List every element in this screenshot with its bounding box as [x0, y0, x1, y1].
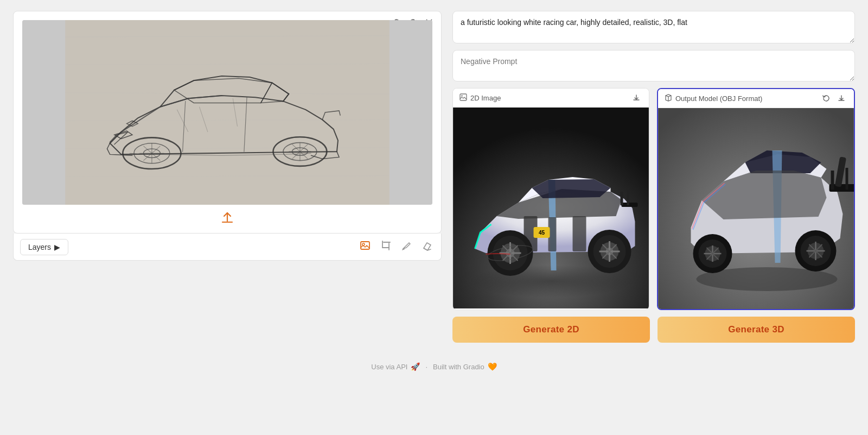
left-panel: Layers ▶ — [13, 11, 442, 343]
api-link[interactable]: Use via API — [371, 363, 407, 371]
footer: Use via API 🚀 · Built with Gradio 🧡 — [0, 354, 868, 382]
built-text: Built with Gradio — [433, 363, 484, 371]
svg-rect-58 — [846, 168, 848, 190]
layers-toolbar: Layers ▶ — [13, 234, 442, 261]
layers-arrow: ▶ — [54, 243, 60, 251]
gradio-link[interactable]: Built with Gradio — [433, 363, 484, 371]
svg-rect-34 — [622, 203, 638, 207]
output-3d-panel: Output Model (OBJ Format) — [657, 88, 855, 310]
output-2d-icon — [459, 93, 467, 103]
svg-rect-57 — [831, 171, 834, 190]
svg-rect-36 — [621, 192, 623, 205]
outputs-row: 2D Image — [452, 88, 855, 310]
prompt-input[interactable]: a futuristic looking white racing car, h… — [452, 11, 855, 43]
svg-point-26 — [461, 95, 462, 96]
gradio-icon: 🧡 — [488, 362, 497, 371]
download-3d-button[interactable] — [835, 93, 847, 103]
svg-rect-2 — [65, 20, 390, 205]
upload-row — [22, 205, 432, 229]
generate-buttons-row: Generate 2D Generate 3D — [452, 317, 855, 343]
refresh-3d-button[interactable] — [820, 93, 832, 103]
footer-dot: · — [425, 363, 427, 371]
output-3d-label: Output Model (OBJ Format) — [675, 94, 762, 103]
svg-rect-25 — [460, 94, 467, 100]
svg-rect-31 — [573, 216, 586, 251]
generate-2d-button[interactable]: Generate 2D — [452, 317, 650, 343]
output-2d-actions — [630, 93, 642, 103]
pen-tool-icon[interactable] — [399, 238, 414, 256]
tool-icons — [358, 238, 435, 256]
output-2d-image: 45 — [453, 108, 649, 308]
output-3d-image — [658, 108, 854, 309]
right-panel: a futuristic looking white racing car, h… — [452, 11, 855, 343]
output-2d-header: 2D Image — [453, 89, 649, 108]
sketch-canvas[interactable] — [22, 20, 432, 205]
output-2d-panel: 2D Image — [452, 88, 649, 310]
output-3d-header-left: Output Model (OBJ Format) — [665, 94, 762, 103]
crop-tool-icon[interactable] — [378, 238, 393, 256]
negative-prompt-input[interactable] — [452, 50, 855, 81]
generate-3d-button[interactable]: Generate 3D — [658, 317, 855, 343]
output-3d-icon — [665, 94, 672, 103]
api-rocket-icon: 🚀 — [411, 362, 420, 371]
download-2d-button[interactable] — [630, 93, 642, 103]
output-3d-actions — [820, 93, 847, 103]
output-2d-label: 2D Image — [470, 94, 501, 102]
image-tool-icon[interactable] — [358, 238, 373, 256]
svg-rect-23 — [361, 242, 369, 249]
api-text: Use via API — [371, 363, 407, 371]
canvas-area — [13, 11, 442, 234]
layers-button[interactable]: Layers ▶ — [20, 239, 68, 255]
svg-text:45: 45 — [539, 230, 545, 236]
output-3d-header: Output Model (OBJ Format) — [658, 89, 854, 108]
layers-label: Layers — [28, 243, 51, 251]
svg-rect-35 — [627, 189, 629, 205]
upload-button[interactable] — [220, 210, 235, 225]
output-2d-header-left: 2D Image — [459, 93, 501, 103]
eraser-tool-icon[interactable] — [419, 238, 435, 256]
